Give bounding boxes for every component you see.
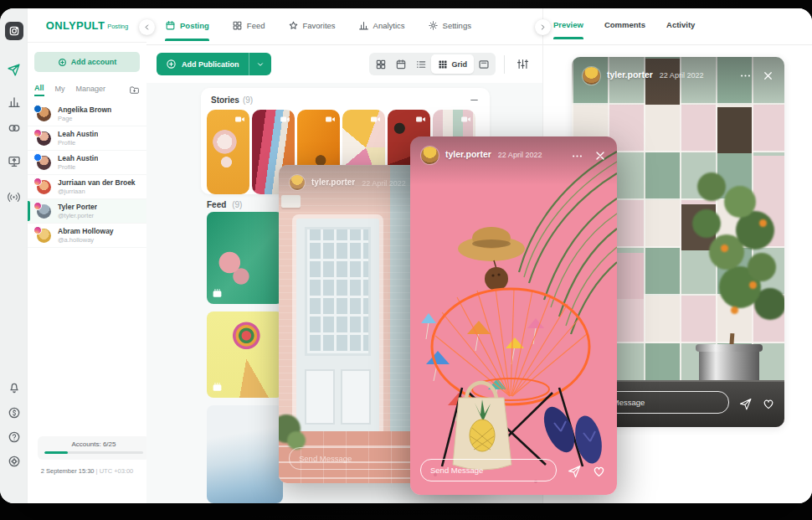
publish-monitor-icon[interactable] bbox=[0, 149, 28, 174]
story-date: 22 April 2022 bbox=[498, 151, 542, 159]
collapse-sidebar-button[interactable] bbox=[139, 19, 155, 35]
instagram-icon[interactable] bbox=[0, 18, 28, 44]
account-subtitle: @a.holloway bbox=[58, 236, 114, 244]
tab-settings[interactable]: Settings bbox=[428, 20, 471, 41]
tab-label: Posting bbox=[180, 21, 209, 30]
tab-label: Analytics bbox=[373, 21, 405, 30]
story-footer: Send Message bbox=[410, 448, 617, 495]
feed-post-thumbnail[interactable] bbox=[207, 212, 283, 304]
story-username: tyler.porter bbox=[445, 149, 491, 159]
story-username: tyler.porter bbox=[311, 178, 355, 187]
feed-post-thumbnail[interactable] bbox=[207, 311, 283, 398]
send-message-input[interactable]: Send Message bbox=[289, 447, 422, 470]
story-date: 22 April 2022 bbox=[660, 71, 704, 80]
calendar-icon bbox=[165, 20, 176, 31]
instagram-badge-icon bbox=[33, 202, 42, 210]
grid-dots-icon bbox=[438, 59, 448, 70]
account-subtitle: Profile bbox=[58, 139, 98, 147]
tab-feed[interactable]: Feed bbox=[232, 20, 265, 41]
main-tabbar: Posting Feed Favorites Analytics Setting… bbox=[146, 8, 542, 45]
separator: | bbox=[96, 467, 98, 475]
add-publication-button[interactable]: Add Publication bbox=[157, 53, 271, 75]
story-date: 22 April 2022 bbox=[362, 179, 406, 188]
help-icon[interactable] bbox=[0, 425, 28, 450]
view-switcher: Grid bbox=[369, 53, 496, 75]
avatar bbox=[583, 67, 600, 85]
tab-posting[interactable]: Posting bbox=[165, 20, 209, 41]
account-name: Angelika Brown bbox=[58, 106, 111, 115]
chevron-down-icon bbox=[255, 59, 265, 70]
account-row-tyler-selected[interactable]: Tyler Porter@tyler.porter bbox=[28, 199, 146, 224]
tab-preview[interactable]: Preview bbox=[553, 20, 583, 39]
settings-rail-icon[interactable] bbox=[0, 449, 28, 474]
send-icon[interactable] bbox=[738, 397, 753, 411]
account-row-abram[interactable]: Abram Holloway@a.holloway bbox=[28, 224, 146, 248]
camcorder-icon bbox=[234, 114, 245, 125]
paper-plane-icon[interactable] bbox=[0, 57, 28, 82]
account-name: Jurriaan van der Broek bbox=[58, 178, 136, 188]
view-grid-button-active[interactable]: Grid bbox=[431, 54, 474, 74]
tab-activity[interactable]: Activity bbox=[666, 20, 695, 39]
view-list-button[interactable] bbox=[411, 54, 431, 74]
filter-manager[interactable]: Manager bbox=[76, 85, 106, 95]
account-name: Abram Holloway bbox=[58, 227, 114, 236]
account-subtitle: Page bbox=[58, 115, 111, 122]
account-name: Leah Austin bbox=[58, 130, 98, 139]
close-icon[interactable] bbox=[594, 149, 607, 162]
expand-panel-button[interactable] bbox=[535, 19, 551, 35]
instagram-badge-icon bbox=[33, 226, 42, 234]
close-icon[interactable] bbox=[762, 70, 774, 82]
account-row-angelika[interactable]: Angelika BrownPage bbox=[28, 102, 146, 126]
instagram-badge-icon bbox=[33, 178, 42, 186]
heart-icon[interactable] bbox=[591, 463, 607, 479]
filter-my[interactable]: My bbox=[55, 85, 65, 95]
instagram-badge-icon bbox=[33, 129, 42, 137]
avatar bbox=[37, 156, 51, 170]
account-row-leah-fb[interactable]: Leah AustinProfile bbox=[28, 151, 146, 175]
plus-icon bbox=[58, 58, 67, 67]
broadcast-icon[interactable] bbox=[0, 184, 28, 209]
account-row-jurriaan[interactable]: Jurriaan van der Broek@jurriaan bbox=[28, 175, 146, 199]
folder-icon[interactable] bbox=[129, 85, 140, 95]
collapse-stories-button[interactable] bbox=[469, 95, 480, 106]
analytics-rail-icon[interactable] bbox=[0, 90, 28, 115]
avatar bbox=[37, 229, 51, 243]
story-thumbnail[interactable] bbox=[207, 110, 249, 194]
view-calendar-button[interactable] bbox=[391, 54, 411, 74]
camcorder-icon bbox=[370, 114, 381, 125]
view-dashboard-button[interactable] bbox=[371, 54, 391, 74]
story-photo-pink-chair bbox=[410, 136, 617, 495]
account-subtitle: Profile bbox=[58, 163, 98, 171]
posting-toolbar: Add Publication Grid bbox=[146, 45, 542, 83]
add-publication-menu-button[interactable] bbox=[249, 53, 271, 75]
tab-label: Settings bbox=[443, 21, 471, 30]
link-icon[interactable] bbox=[0, 116, 28, 141]
account-subtitle: @jurriaan bbox=[58, 188, 136, 195]
accounts-usage-bar bbox=[44, 451, 143, 454]
bell-icon[interactable] bbox=[0, 375, 28, 400]
tab-favorites[interactable]: Favorites bbox=[288, 20, 336, 41]
current-datetime: 2 September 15:30 bbox=[41, 467, 95, 475]
add-account-button[interactable]: Add account bbox=[34, 52, 140, 72]
more-options-icon[interactable] bbox=[739, 70, 752, 82]
preview-tabbar: Preview Comments Activity bbox=[543, 8, 812, 45]
send-message-input[interactable]: Send Message bbox=[420, 459, 557, 481]
add-publication-label: Add Publication bbox=[182, 60, 239, 69]
avatar bbox=[290, 175, 305, 190]
heart-icon[interactable] bbox=[761, 396, 776, 411]
stories-count: (9) bbox=[243, 95, 253, 105]
avatar bbox=[37, 180, 51, 194]
send-icon[interactable] bbox=[567, 464, 582, 479]
account-row-leah-ig[interactable]: Leah AustinProfile bbox=[28, 126, 146, 151]
feed-post-thumbnail[interactable] bbox=[207, 405, 283, 503]
filters-sliders-button[interactable] bbox=[512, 54, 532, 74]
feed-section-title: Feed (9) bbox=[207, 200, 242, 209]
tab-comments[interactable]: Comments bbox=[604, 20, 645, 39]
billing-icon[interactable] bbox=[0, 400, 28, 425]
tab-analytics[interactable]: Analytics bbox=[358, 20, 405, 41]
view-frame-button[interactable] bbox=[474, 54, 494, 74]
more-options-icon[interactable] bbox=[571, 150, 583, 162]
filter-all[interactable]: All bbox=[34, 84, 44, 96]
camcorder-icon bbox=[415, 114, 426, 125]
account-name: Tyler Porter bbox=[58, 203, 97, 212]
